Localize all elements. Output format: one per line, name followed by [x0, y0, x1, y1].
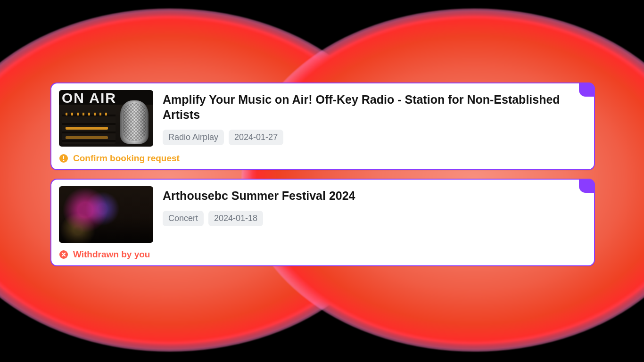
booking-title: Amplify Your Music on Air! Off-Key Radio…: [163, 92, 572, 122]
microphone-icon: [120, 100, 149, 144]
card-body: Amplify Your Music on Air! Off-Key Radio…: [163, 90, 586, 145]
svg-point-2: [63, 160, 65, 161]
booking-status-text: Withdrawn by you: [73, 249, 150, 260]
date-tag: 2024-01-18: [208, 211, 263, 226]
svg-rect-1: [63, 156, 64, 159]
booking-title: Arthousebc Summer Festival 2024: [163, 188, 572, 203]
card-top-row: ON AIR Amplify Your Music on Air! Off-Ke…: [59, 90, 586, 147]
booking-status[interactable]: Withdrawn by you: [59, 247, 586, 260]
booking-thumbnail: ON AIR: [59, 90, 153, 147]
booking-status-text: Confirm booking request: [73, 153, 180, 164]
category-tag: Radio Airplay: [163, 130, 224, 145]
card-body: Arthousebc Summer Festival 2024 Concert …: [163, 186, 586, 226]
date-tag: 2024-01-27: [229, 130, 283, 145]
card-corner-marker: [579, 82, 595, 97]
card-top-row: Arthousebc Summer Festival 2024 Concert …: [59, 186, 586, 243]
booking-card-list: ON AIR Amplify Your Music on Air! Off-Ke…: [50, 82, 595, 266]
thumbnail-caption: ON AIR: [62, 90, 116, 106]
thumbnail-rack-art: [62, 108, 116, 144]
alert-circle-icon: [59, 154, 68, 163]
tag-row: Concert 2024-01-18: [163, 211, 572, 226]
booking-card[interactable]: Arthousebc Summer Festival 2024 Concert …: [50, 179, 595, 266]
booking-card[interactable]: ON AIR Amplify Your Music on Air! Off-Ke…: [50, 82, 595, 170]
booking-status[interactable]: Confirm booking request: [59, 151, 586, 164]
tag-row: Radio Airplay 2024-01-27: [163, 130, 572, 145]
booking-thumbnail: [59, 186, 153, 243]
close-circle-icon: [59, 250, 68, 259]
card-corner-marker: [579, 179, 595, 193]
category-tag: Concert: [163, 211, 204, 226]
